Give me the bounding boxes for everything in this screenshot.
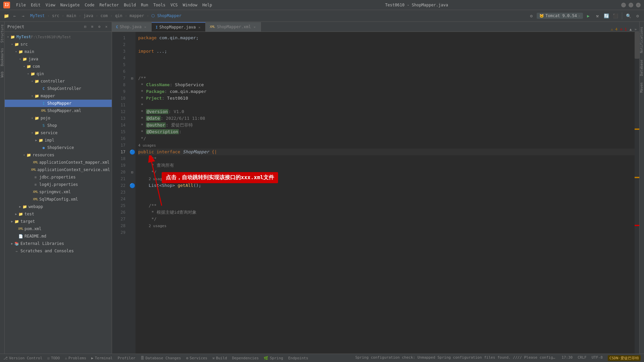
menu-navigate[interactable]: Navigate	[60, 3, 80, 7]
database-label[interactable]: Database	[640, 56, 644, 79]
bc-mytest[interactable]: MyTest	[30, 13, 45, 18]
menu-refactor[interactable]: Refactor	[99, 3, 119, 7]
build-btn[interactable]: ⚒ Build	[212, 356, 227, 360]
bookmarks-label[interactable]: Bookmarks	[0, 45, 4, 69]
tree-service[interactable]: ▾ 📁 service	[5, 129, 112, 137]
forward-btn[interactable]: →	[19, 12, 27, 19]
version-control-btn[interactable]: ⎇ Version Control	[3, 356, 42, 360]
tree-shopmapper-xml[interactable]: XML ShopMapper.xml	[5, 107, 112, 114]
tree-test[interactable]: ▶ 📁 test	[5, 210, 112, 218]
maximize-button[interactable]: □	[629, 3, 633, 7]
structure-label[interactable]: Structure	[0, 22, 4, 45]
tree-extlibs[interactable]: ▶ 📚 External Libraries	[5, 240, 112, 247]
web-label[interactable]: Web	[0, 69, 4, 80]
tree-pojo[interactable]: ▾ 📁 pojo	[5, 114, 112, 122]
profiler-btn[interactable]: Profiler	[118, 356, 136, 360]
tab-xml-close[interactable]: ✕	[253, 25, 257, 29]
dependencies-btn[interactable]: Dependencies	[232, 356, 259, 360]
tab-shopmapper-xml[interactable]: XML ShopMapper.xml ✕	[206, 22, 261, 32]
tree-shopservice[interactable]: ● ShopService	[5, 144, 112, 151]
menu-tools[interactable]: Tools	[153, 3, 165, 7]
run-config[interactable]: 🐱 Tomcat 9.0.54 ▾	[537, 13, 583, 19]
settings-btn[interactable]: ⚙	[528, 12, 535, 19]
notifications-label[interactable]: Notifications	[640, 23, 644, 56]
build-btn[interactable]: ⚒	[594, 12, 601, 19]
menu-run[interactable]: Run	[141, 3, 148, 7]
project-icon-btn[interactable]: 📁	[3, 12, 10, 19]
tree-readme[interactable]: 📄 README.md	[5, 232, 112, 240]
bc-main[interactable]: main	[66, 13, 76, 18]
tree-sqlmap[interactable]: XML SqlMapConfig.xml	[5, 196, 112, 203]
minimize-button[interactable]: ─	[621, 3, 626, 7]
gear-btn[interactable]: ⚙	[634, 12, 641, 19]
bc-mapper[interactable]: mapper	[129, 13, 144, 18]
tree-com[interactable]: ▾ 📁 com	[5, 63, 112, 70]
scrollbar-thumb[interactable]	[635, 32, 639, 59]
menu-help[interactable]: Help	[202, 3, 212, 7]
tree-controller[interactable]: ▾ 📁 controller	[5, 77, 112, 85]
tree-shopmapper[interactable]: I ShopMapper	[5, 100, 112, 107]
terminal-btn[interactable]: ▶ Terminal	[91, 356, 113, 360]
menu-vcs[interactable]: VCS	[170, 3, 178, 7]
services-btn[interactable]: ⚙ Services	[186, 356, 208, 360]
tab-shopmapper-java[interactable]: I ShopMapper.java ✕	[152, 22, 206, 32]
code-area[interactable]: package com.qin.mapper; import ...; /** …	[136, 32, 635, 354]
tree-main[interactable]: ▾ 📁 main	[5, 48, 112, 55]
editor-scrollbar[interactable]	[635, 32, 639, 354]
cog-btn[interactable]: ⚙	[97, 24, 102, 30]
collapse-all-btn[interactable]: ⊟	[83, 24, 88, 30]
more-tabs-btn[interactable]: »	[634, 27, 637, 32]
close-panel-btn[interactable]: ✕	[104, 24, 109, 30]
bc-java[interactable]: java	[84, 13, 93, 18]
reload-btn[interactable]: 🔄	[603, 12, 610, 19]
tab-shop-close[interactable]: ✕	[143, 25, 147, 29]
todo-btn[interactable]: ☑ TODO	[47, 356, 60, 360]
bc-src[interactable]: src	[52, 13, 59, 18]
menu-edit[interactable]: Edit	[31, 3, 41, 7]
maven-label[interactable]: Maven	[640, 79, 644, 96]
code-line-17: public interface ShopMapper {|	[138, 149, 635, 155]
menu-view[interactable]: View	[46, 3, 55, 7]
tree-shop[interactable]: S Shop	[5, 122, 112, 129]
search-btn[interactable]: 🔍	[625, 12, 632, 19]
run-btn[interactable]: ▶	[585, 12, 592, 19]
tree-scratches[interactable]: ✏️ Scratches and Consoles	[5, 247, 112, 255]
tree-qin[interactable]: ▾ 📁 qin	[5, 70, 112, 77]
tree-impl[interactable]: ▶ 📁 impl	[5, 137, 112, 144]
tree-java[interactable]: ▾ 📁 java	[5, 55, 112, 63]
tree-jdbc[interactable]: ≡ jdbc.properties	[5, 173, 112, 181]
tree-resources[interactable]: ▾ 📁 resources	[5, 151, 112, 159]
database-changes-btn[interactable]: 🗄 Database Changes	[141, 356, 181, 360]
close-button[interactable]: ✕	[636, 3, 641, 7]
bc-shopmapper[interactable]: ⬡ ShopMapper	[151, 13, 181, 18]
tree-springmvc[interactable]: XML springmvc.xml	[5, 188, 112, 196]
tree-target[interactable]: ▶ 📁 target	[5, 218, 112, 225]
menu-window[interactable]: Window	[183, 3, 197, 7]
tree-pom[interactable]: XML pom.xml	[5, 225, 112, 232]
endpoints-btn[interactable]: Endpoints	[288, 356, 308, 360]
tree-webapp[interactable]: ▶ 📁 webapp	[5, 203, 112, 210]
tree-actx-service[interactable]: XML applicationContext_service.xml	[5, 166, 112, 173]
tree-root[interactable]: ▾ 📁 MyTest F:\Test0610\MyTest	[5, 33, 112, 41]
menu-build[interactable]: Build	[124, 3, 136, 7]
tree-log4j[interactable]: ≡ log4j.properties	[5, 181, 112, 188]
shopmapper-label: ShopMapper	[47, 101, 71, 106]
status-bar: ⎇ Version Control ☑ TODO ⚠ Problems ▶ Te…	[0, 354, 644, 362]
back-btn[interactable]: ←	[11, 12, 18, 19]
problems-btn[interactable]: ⚠ Problems	[65, 356, 86, 360]
tree-actx-mapper[interactable]: XML applicationContext_mapper.xml	[5, 159, 112, 166]
bc-qin[interactable]: qin	[115, 13, 122, 18]
tab-shop-java[interactable]: C Shop.java ✕	[112, 22, 152, 32]
expand-btn[interactable]: ≡	[90, 24, 95, 30]
tree-mapper[interactable]: ▾ 📁 mapper	[5, 92, 112, 100]
main-folder-icon: 📁	[18, 49, 23, 54]
bc-com[interactable]: com	[101, 13, 108, 18]
debug-btn[interactable]: ⬛	[612, 12, 619, 19]
tree-src[interactable]: ▾ 📁 src	[5, 41, 112, 48]
expand-editor-btn[interactable]: ▲	[630, 27, 632, 32]
menu-code[interactable]: Code	[85, 3, 95, 7]
spring-btn[interactable]: 🌿 Spring	[264, 356, 283, 360]
tab-shopmapper-close[interactable]: ✕	[197, 25, 201, 29]
tree-shopcontroller[interactable]: C ShopController	[5, 85, 112, 92]
menu-file[interactable]: File	[16, 3, 26, 7]
